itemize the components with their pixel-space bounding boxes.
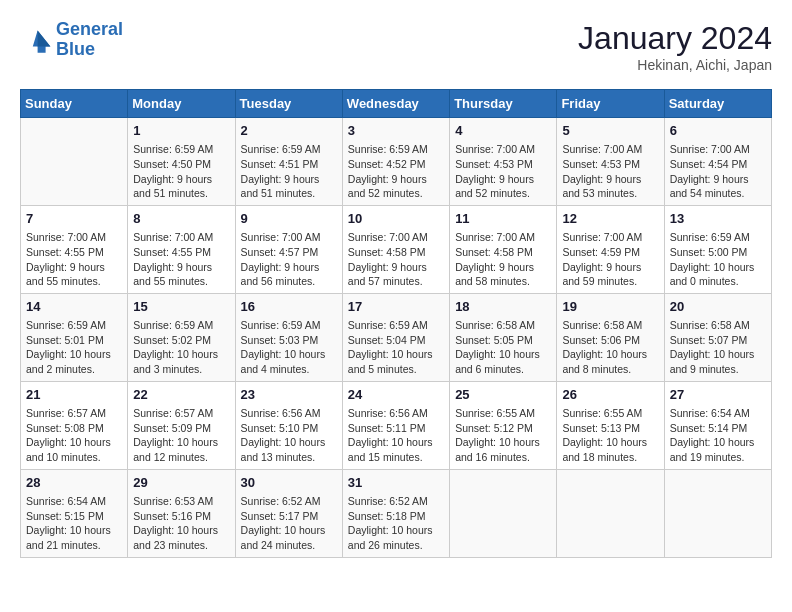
calendar-week-3: 14Sunrise: 6:59 AMSunset: 5:01 PMDayligh… bbox=[21, 293, 772, 381]
day-info-line: Sunset: 5:11 PM bbox=[348, 421, 444, 436]
day-info-line: Daylight: 9 hours bbox=[562, 260, 658, 275]
day-info-line: Sunrise: 6:59 AM bbox=[241, 142, 337, 157]
calendar-cell: 6Sunrise: 7:00 AMSunset: 4:54 PMDaylight… bbox=[664, 118, 771, 206]
day-number: 23 bbox=[241, 386, 337, 404]
day-info-line: Daylight: 10 hours bbox=[241, 435, 337, 450]
day-info-line: and 2 minutes. bbox=[26, 362, 122, 377]
day-info-line: and 5 minutes. bbox=[348, 362, 444, 377]
calendar-body: 1Sunrise: 6:59 AMSunset: 4:50 PMDaylight… bbox=[21, 118, 772, 558]
day-info-line: Sunrise: 6:59 AM bbox=[348, 142, 444, 157]
logo-text: General Blue bbox=[56, 20, 123, 60]
day-info-line: Sunset: 4:58 PM bbox=[455, 245, 551, 260]
day-info-line: and 56 minutes. bbox=[241, 274, 337, 289]
day-number: 31 bbox=[348, 474, 444, 492]
day-info-line: Sunrise: 7:00 AM bbox=[133, 230, 229, 245]
day-info-line: Sunset: 5:00 PM bbox=[670, 245, 766, 260]
day-info-line: and 23 minutes. bbox=[133, 538, 229, 553]
calendar-cell: 30Sunrise: 6:52 AMSunset: 5:17 PMDayligh… bbox=[235, 469, 342, 557]
day-number: 15 bbox=[133, 298, 229, 316]
day-info-line: and 52 minutes. bbox=[455, 186, 551, 201]
day-info-line: Daylight: 10 hours bbox=[133, 435, 229, 450]
day-info-line: Sunrise: 6:57 AM bbox=[133, 406, 229, 421]
day-info-line: and 13 minutes. bbox=[241, 450, 337, 465]
day-number: 7 bbox=[26, 210, 122, 228]
day-info-line: Daylight: 9 hours bbox=[455, 172, 551, 187]
calendar-cell bbox=[21, 118, 128, 206]
calendar-cell: 3Sunrise: 6:59 AMSunset: 4:52 PMDaylight… bbox=[342, 118, 449, 206]
weekday-header-row: SundayMondayTuesdayWednesdayThursdayFrid… bbox=[21, 90, 772, 118]
day-number: 3 bbox=[348, 122, 444, 140]
day-info-line: Sunset: 4:55 PM bbox=[133, 245, 229, 260]
day-info-line: Sunset: 5:12 PM bbox=[455, 421, 551, 436]
day-info-line: Sunset: 4:53 PM bbox=[562, 157, 658, 172]
day-number: 9 bbox=[241, 210, 337, 228]
day-info-line: and 57 minutes. bbox=[348, 274, 444, 289]
day-info-line: and 4 minutes. bbox=[241, 362, 337, 377]
day-number: 25 bbox=[455, 386, 551, 404]
calendar-cell: 27Sunrise: 6:54 AMSunset: 5:14 PMDayligh… bbox=[664, 381, 771, 469]
day-info-line: and 51 minutes. bbox=[241, 186, 337, 201]
calendar-week-2: 7Sunrise: 7:00 AMSunset: 4:55 PMDaylight… bbox=[21, 205, 772, 293]
day-info-line: Sunrise: 7:00 AM bbox=[241, 230, 337, 245]
weekday-header-sunday: Sunday bbox=[21, 90, 128, 118]
day-info-line: and 55 minutes. bbox=[133, 274, 229, 289]
day-info-line: Sunrise: 6:56 AM bbox=[241, 406, 337, 421]
calendar-cell: 21Sunrise: 6:57 AMSunset: 5:08 PMDayligh… bbox=[21, 381, 128, 469]
calendar-cell: 8Sunrise: 7:00 AMSunset: 4:55 PMDaylight… bbox=[128, 205, 235, 293]
day-info-line: and 24 minutes. bbox=[241, 538, 337, 553]
day-info-line: Daylight: 10 hours bbox=[348, 435, 444, 450]
calendar-cell: 13Sunrise: 6:59 AMSunset: 5:00 PMDayligh… bbox=[664, 205, 771, 293]
calendar-cell: 26Sunrise: 6:55 AMSunset: 5:13 PMDayligh… bbox=[557, 381, 664, 469]
day-info-line: Sunrise: 6:58 AM bbox=[670, 318, 766, 333]
day-info-line: Daylight: 10 hours bbox=[670, 260, 766, 275]
calendar-table: SundayMondayTuesdayWednesdayThursdayFrid… bbox=[20, 89, 772, 558]
day-info-line: Sunrise: 6:59 AM bbox=[133, 318, 229, 333]
day-number: 16 bbox=[241, 298, 337, 316]
day-info-line: and 19 minutes. bbox=[670, 450, 766, 465]
day-number: 14 bbox=[26, 298, 122, 316]
weekday-header-wednesday: Wednesday bbox=[342, 90, 449, 118]
calendar-cell: 10Sunrise: 7:00 AMSunset: 4:58 PMDayligh… bbox=[342, 205, 449, 293]
day-number: 28 bbox=[26, 474, 122, 492]
day-info-line: Daylight: 9 hours bbox=[241, 260, 337, 275]
day-info-line: Sunrise: 6:59 AM bbox=[241, 318, 337, 333]
day-number: 12 bbox=[562, 210, 658, 228]
weekday-header-monday: Monday bbox=[128, 90, 235, 118]
day-info-line: Daylight: 9 hours bbox=[670, 172, 766, 187]
day-info-line: and 54 minutes. bbox=[670, 186, 766, 201]
calendar-cell: 24Sunrise: 6:56 AMSunset: 5:11 PMDayligh… bbox=[342, 381, 449, 469]
day-number: 4 bbox=[455, 122, 551, 140]
calendar-cell: 29Sunrise: 6:53 AMSunset: 5:16 PMDayligh… bbox=[128, 469, 235, 557]
day-info-line: and 55 minutes. bbox=[26, 274, 122, 289]
day-number: 29 bbox=[133, 474, 229, 492]
calendar-week-1: 1Sunrise: 6:59 AMSunset: 4:50 PMDaylight… bbox=[21, 118, 772, 206]
day-info-line: Sunrise: 7:00 AM bbox=[348, 230, 444, 245]
day-number: 24 bbox=[348, 386, 444, 404]
day-info-line: Sunset: 5:14 PM bbox=[670, 421, 766, 436]
day-info-line: Sunset: 5:18 PM bbox=[348, 509, 444, 524]
calendar-cell: 22Sunrise: 6:57 AMSunset: 5:09 PMDayligh… bbox=[128, 381, 235, 469]
day-info-line: and 53 minutes. bbox=[562, 186, 658, 201]
day-number: 19 bbox=[562, 298, 658, 316]
day-info-line: Daylight: 10 hours bbox=[670, 347, 766, 362]
calendar-cell bbox=[450, 469, 557, 557]
day-info-line: Daylight: 9 hours bbox=[26, 260, 122, 275]
day-info-line: Sunset: 4:57 PM bbox=[241, 245, 337, 260]
day-info-line: Sunset: 5:10 PM bbox=[241, 421, 337, 436]
day-info-line: Sunrise: 6:56 AM bbox=[348, 406, 444, 421]
day-info-line: Daylight: 10 hours bbox=[26, 523, 122, 538]
day-info-line: Sunrise: 6:54 AM bbox=[26, 494, 122, 509]
calendar-cell: 14Sunrise: 6:59 AMSunset: 5:01 PMDayligh… bbox=[21, 293, 128, 381]
calendar-cell: 12Sunrise: 7:00 AMSunset: 4:59 PMDayligh… bbox=[557, 205, 664, 293]
day-info-line: Sunset: 5:08 PM bbox=[26, 421, 122, 436]
day-info-line: Daylight: 9 hours bbox=[133, 260, 229, 275]
day-info-line: and 12 minutes. bbox=[133, 450, 229, 465]
day-info-line: Sunset: 4:59 PM bbox=[562, 245, 658, 260]
day-number: 30 bbox=[241, 474, 337, 492]
day-info-line: and 3 minutes. bbox=[133, 362, 229, 377]
day-info-line: and 6 minutes. bbox=[455, 362, 551, 377]
day-info-line: Sunrise: 7:00 AM bbox=[562, 230, 658, 245]
calendar-cell: 17Sunrise: 6:59 AMSunset: 5:04 PMDayligh… bbox=[342, 293, 449, 381]
day-number: 10 bbox=[348, 210, 444, 228]
calendar-cell: 4Sunrise: 7:00 AMSunset: 4:53 PMDaylight… bbox=[450, 118, 557, 206]
